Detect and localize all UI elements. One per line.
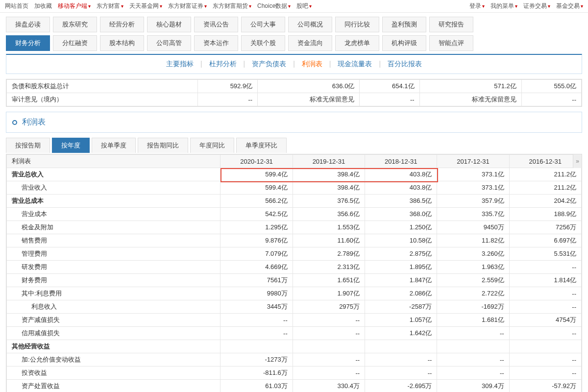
chevron-down-icon: ▾ bbox=[581, 3, 583, 9]
topnav-item[interactable]: 证券交易▾ bbox=[523, 2, 550, 10]
module-tab[interactable]: 机构评级 bbox=[382, 35, 426, 51]
table-row: 其他经营收益 bbox=[7, 340, 582, 353]
topnav-item[interactable]: 股吧▾ bbox=[296, 2, 312, 10]
report-subtab[interactable]: 百分比报表 bbox=[381, 60, 429, 69]
table-cell: 592.9亿 bbox=[198, 80, 258, 93]
table-cell: 3.260亿 bbox=[437, 247, 509, 261]
module-tab[interactable]: 资讯公告 bbox=[194, 17, 238, 32]
module-tab[interactable]: 资金流向 bbox=[288, 35, 332, 51]
table-cell: 1.651亿 bbox=[293, 274, 365, 287]
period-tab[interactable]: 单季度环比 bbox=[236, 138, 287, 153]
report-subtab[interactable]: 利润表 bbox=[295, 60, 329, 69]
table-row-label: 营业收入 bbox=[7, 181, 220, 195]
topnav-item[interactable]: 天天基金网▾ bbox=[129, 2, 162, 10]
module-tab[interactable]: 龙虎榜单 bbox=[335, 35, 379, 51]
table-row-label: 管理费用 bbox=[7, 247, 220, 261]
chevron-down-icon: ▾ bbox=[515, 3, 517, 9]
table-cell: -- bbox=[521, 93, 581, 106]
table-cell: 309.4万 bbox=[437, 380, 509, 392]
report-subtabs: 主要指标|杜邦分析|资产负债表|利润表|现金流量表|百分比报表 bbox=[6, 54, 582, 74]
table-row-label: 销售费用 bbox=[7, 234, 220, 247]
module-tab[interactable]: 公司概况 bbox=[288, 17, 332, 32]
module-tab[interactable]: 盈利预测 bbox=[382, 17, 426, 32]
table-row: 其中:利息费用9980万1.907亿2.086亿2.722亿-- bbox=[7, 287, 582, 300]
table-cell: 1.907亿 bbox=[293, 287, 365, 300]
module-tab[interactable]: 公司大事 bbox=[241, 17, 285, 32]
table-cell: 4754万 bbox=[509, 314, 581, 327]
module-tab[interactable]: 资本运作 bbox=[194, 35, 238, 51]
table-cell: 357.9亿 bbox=[437, 195, 509, 208]
table-cell: -- bbox=[509, 261, 581, 274]
report-subtab[interactable]: 现金流量表 bbox=[331, 60, 379, 69]
chevron-down-icon: ▾ bbox=[160, 3, 162, 9]
module-tab[interactable]: 同行比较 bbox=[335, 17, 379, 32]
module-tab[interactable]: 经营分析 bbox=[100, 17, 144, 32]
module-tab[interactable]: 核心题材 bbox=[147, 17, 191, 32]
period-tab[interactable]: 按单季度 bbox=[92, 138, 136, 153]
section-title-text: 利润表 bbox=[22, 117, 46, 127]
module-tab[interactable]: 股东研究 bbox=[53, 17, 97, 32]
table-cell: 368.0亿 bbox=[365, 208, 437, 221]
table-row: 管理费用7.079亿2.789亿2.875亿3.260亿5.531亿 bbox=[7, 247, 582, 261]
table-cell: 7561万 bbox=[220, 274, 293, 287]
module-tab[interactable]: 研究报告 bbox=[429, 17, 473, 32]
table-cell: 1.681亿 bbox=[437, 314, 509, 327]
period-tabs: 按报告期按年度按单季度报告期同比年度同比单季度环比 bbox=[6, 138, 582, 153]
topnav-item[interactable]: 东方财富期货▾ bbox=[213, 2, 251, 10]
period-tab[interactable]: 按报告期 bbox=[6, 138, 50, 153]
topnav-item[interactable]: 加收藏 bbox=[34, 2, 52, 10]
table-cell: 555.0亿 bbox=[521, 80, 581, 93]
table-row: 税金及附加1.295亿1.553亿1.250亿9450万7256万 bbox=[7, 221, 582, 234]
table-cell: 2.789亿 bbox=[293, 247, 365, 261]
topnav-item[interactable]: 东方财富证券▾ bbox=[168, 2, 207, 10]
table-cell: 330.4万 bbox=[293, 380, 365, 392]
table-cell: 398.4亿 bbox=[293, 168, 365, 181]
table-cell bbox=[220, 340, 293, 353]
table-cell: 1.814亿 bbox=[509, 274, 581, 287]
table-cell: 7.079亿 bbox=[220, 247, 293, 261]
table-cell bbox=[365, 340, 437, 353]
table-cell: 7256万 bbox=[509, 221, 581, 234]
table-cell: 542.5亿 bbox=[220, 208, 293, 221]
topnav-item[interactable]: 东方财富▾ bbox=[97, 2, 123, 10]
table-row-label: 资产处置收益 bbox=[7, 380, 220, 392]
module-tab[interactable]: 公司高管 bbox=[147, 35, 191, 51]
table-row: 营业成本542.5亿356.6亿368.0亿335.7亿188.9亿 bbox=[7, 208, 582, 221]
table-header-date: 2020-12-31 bbox=[220, 155, 293, 168]
chevron-down-icon: ▾ bbox=[482, 3, 485, 9]
period-tab[interactable]: 年度同比 bbox=[190, 138, 234, 153]
module-tab[interactable]: 分红融资 bbox=[53, 35, 97, 51]
table-row: 营业收入599.4亿398.4亿403.8亿373.1亿211.2亿 bbox=[7, 181, 582, 195]
table-header-date: 2017-12-31 bbox=[437, 155, 509, 168]
report-subtab[interactable]: 杜邦分析 bbox=[202, 60, 244, 69]
table-row-label: 资产减值损失 bbox=[7, 314, 220, 327]
table-cell: 6.697亿 bbox=[509, 234, 581, 247]
topnav-item[interactable]: 基金交易▾ bbox=[556, 2, 583, 10]
topnav-item[interactable]: 移动客户端▾ bbox=[58, 2, 91, 10]
table-cell: -- bbox=[509, 287, 581, 300]
module-tab[interactable]: 股本结构 bbox=[100, 35, 144, 51]
period-tab[interactable]: 按年度 bbox=[52, 138, 90, 153]
report-subtab[interactable]: 资产负债表 bbox=[245, 60, 293, 69]
topnav-item[interactable]: Choice数据▾ bbox=[257, 2, 291, 10]
report-subtab[interactable]: 主要指标 bbox=[159, 60, 200, 69]
table-row-label: 加:公允价值变动收益 bbox=[7, 353, 220, 367]
module-tab[interactable]: 操盘必读 bbox=[6, 17, 50, 32]
chevron-down-icon: ▾ bbox=[309, 3, 312, 9]
period-tab[interactable]: 报告期同比 bbox=[138, 138, 188, 153]
table-row: 销售费用9.876亿11.60亿10.58亿11.82亿6.697亿 bbox=[7, 234, 582, 247]
table-cell: 5.531亿 bbox=[509, 247, 581, 261]
topnav-item[interactable]: 我的菜单▾ bbox=[490, 2, 517, 10]
module-tabs: 操盘必读股东研究经营分析核心题材资讯公告公司大事公司概况同行比较盈利预测研究报告… bbox=[0, 13, 588, 51]
scroll-right-icon[interactable]: » bbox=[573, 154, 582, 168]
module-tab[interactable]: 智能点评 bbox=[429, 35, 473, 51]
module-tab[interactable]: 财务分析 bbox=[6, 35, 50, 51]
table-cell: -- bbox=[509, 300, 581, 314]
table-row: 投资收益-811.6万-------- bbox=[7, 367, 582, 380]
topnav-item[interactable]: 登录▾ bbox=[469, 2, 485, 10]
topnav-item[interactable]: 网站首页 bbox=[5, 2, 28, 10]
module-tab[interactable]: 关联个股 bbox=[241, 35, 285, 51]
table-cell: -- bbox=[365, 353, 437, 367]
table-cell: -1273万 bbox=[220, 353, 293, 367]
table-cell: -- bbox=[509, 327, 581, 340]
